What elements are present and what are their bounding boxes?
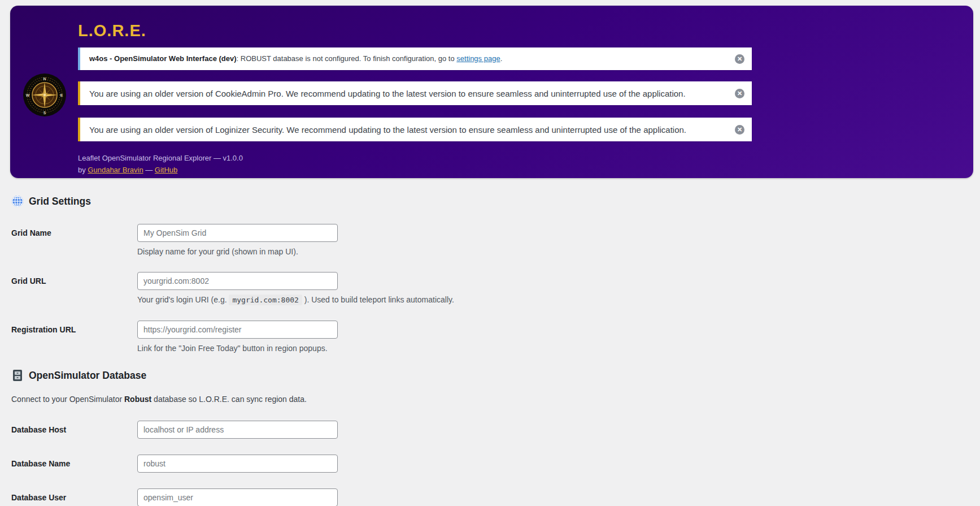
svg-text:E: E xyxy=(60,93,63,97)
plugin-header-banner: NE SW L.O.R.E. w4os - OpenSimulator Web … xyxy=(10,6,973,178)
field-label: Grid URL xyxy=(11,272,137,305)
notice-plugin-name: w4os - OpenSimulator Web Interface (dev) xyxy=(89,54,237,63)
plugin-version-line: Leaflet OpenSimulator Regional Explorer … xyxy=(78,154,752,162)
database-name-input[interactable] xyxy=(137,455,338,473)
database-description: Connect to your OpenSimulator Robust dat… xyxy=(11,395,802,404)
field-label: Registration URL xyxy=(11,321,137,353)
registration-url-row: Registration URL Link for the "Join Free… xyxy=(11,321,802,353)
example-code: mygrid.com:8002 xyxy=(229,295,302,305)
admin-notice-cookieadmin: You are using an older version of Cookie… xyxy=(78,81,752,105)
page-title: L.O.R.E. xyxy=(78,21,752,40)
author-link[interactable]: Gundahar Bravin xyxy=(88,166,143,174)
dismiss-notice-icon[interactable]: ✕ xyxy=(735,125,744,135)
database-user-input[interactable] xyxy=(137,488,338,506)
globe-icon xyxy=(11,195,24,207)
database-host-row: Database Host xyxy=(11,421,802,439)
notice-text: You are using an older version of Cookie… xyxy=(80,82,735,105)
field-help: Your grid's login URI (e.g. mygrid.com:8… xyxy=(137,295,454,305)
settings-page-link[interactable]: settings page xyxy=(456,54,500,63)
dismiss-notice-icon[interactable]: ✕ xyxy=(735,89,744,98)
svg-text:S: S xyxy=(43,111,46,115)
database-user-row: Database User xyxy=(11,488,802,506)
database-heading: OpenSimulator Database xyxy=(11,369,802,382)
dismiss-notice-icon[interactable]: ✕ xyxy=(735,54,744,64)
admin-notice-w4os: w4os - OpenSimulator Web Interface (dev)… xyxy=(78,47,752,70)
field-label: Database Host xyxy=(11,421,137,439)
field-label: Database Name xyxy=(11,455,137,473)
registration-url-input[interactable] xyxy=(137,321,338,339)
compass-logo-icon: NE SW xyxy=(23,73,67,117)
grid-url-input[interactable] xyxy=(137,272,338,290)
field-help: Link for the "Join Free Today" button in… xyxy=(137,343,338,353)
grid-settings-heading: Grid Settings xyxy=(11,194,802,208)
grid-name-input[interactable] xyxy=(137,224,338,242)
field-label: Grid Name xyxy=(11,224,137,257)
field-label: Database User xyxy=(11,488,137,506)
grid-name-row: Grid Name Display name for your grid (sh… xyxy=(11,224,802,257)
plugin-byline: by Gundahar Bravin — GitHub xyxy=(78,166,752,174)
grid-url-row: Grid URL Your grid's login URI (e.g. myg… xyxy=(11,272,802,305)
svg-text:N: N xyxy=(43,77,46,81)
settings-form: Grid Settings Grid Name Display name for… xyxy=(11,194,802,506)
file-cabinet-icon xyxy=(11,369,24,382)
github-link[interactable]: GitHub xyxy=(155,166,177,174)
field-help: Display name for your grid (shown in map… xyxy=(137,246,338,257)
database-host-input[interactable] xyxy=(137,421,338,439)
database-name-row: Database Name xyxy=(11,455,802,473)
notice-text: You are using an older version of Logini… xyxy=(80,118,735,141)
notice-text: w4os - OpenSimulator Web Interface (dev)… xyxy=(80,48,735,70)
svg-text:W: W xyxy=(26,93,30,97)
admin-notice-loginizer: You are using an older version of Logini… xyxy=(78,118,752,141)
